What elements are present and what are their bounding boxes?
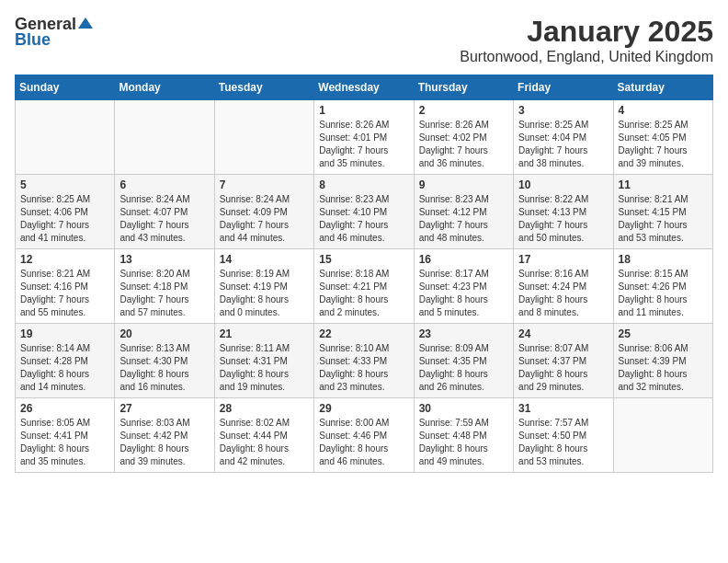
day-info: Sunrise: 8:02 AM Sunset: 4:44 PM Dayligh… — [220, 417, 309, 468]
day-number: 11 — [619, 178, 708, 191]
day-number: 21 — [220, 327, 309, 340]
day-header-wednesday: Wednesday — [314, 75, 414, 100]
day-info: Sunrise: 8:05 AM Sunset: 4:41 PM Dayligh… — [20, 417, 109, 468]
day-number: 8 — [319, 178, 408, 191]
day-info: Sunrise: 8:21 AM Sunset: 4:16 PM Dayligh… — [20, 268, 109, 319]
day-info: Sunrise: 7:59 AM Sunset: 4:48 PM Dayligh… — [419, 417, 508, 468]
day-number: 9 — [419, 178, 508, 191]
day-info: Sunrise: 8:23 AM Sunset: 4:12 PM Dayligh… — [419, 193, 508, 245]
day-number: 29 — [319, 402, 408, 415]
day-number: 24 — [518, 327, 608, 340]
calendar-cell: 3Sunrise: 8:25 AM Sunset: 4:04 PM Daylig… — [514, 100, 613, 175]
calendar-cell: 30Sunrise: 7:59 AM Sunset: 4:48 PM Dayli… — [414, 398, 513, 473]
calendar-cell: 24Sunrise: 8:07 AM Sunset: 4:37 PM Dayli… — [514, 324, 613, 398]
day-info: Sunrise: 8:09 AM Sunset: 4:35 PM Dayligh… — [419, 342, 508, 394]
day-info: Sunrise: 8:21 AM Sunset: 4:15 PM Dayligh… — [619, 193, 708, 245]
calendar-cell: 22Sunrise: 8:10 AM Sunset: 4:33 PM Dayli… — [314, 324, 414, 398]
svg-marker-0 — [78, 17, 93, 29]
day-info: Sunrise: 8:14 AM Sunset: 4:28 PM Dayligh… — [20, 342, 109, 394]
day-info: Sunrise: 8:16 AM Sunset: 4:24 PM Dayligh… — [518, 268, 608, 319]
calendar-cell: 10Sunrise: 8:22 AM Sunset: 4:13 PM Dayli… — [514, 175, 613, 249]
calendar-cell: 28Sunrise: 8:02 AM Sunset: 4:44 PM Dayli… — [214, 398, 313, 473]
calendar-cell: 1Sunrise: 8:26 AM Sunset: 4:01 PM Daylig… — [314, 100, 414, 175]
day-number: 10 — [518, 178, 608, 191]
day-info: Sunrise: 8:18 AM Sunset: 4:21 PM Dayligh… — [319, 268, 408, 319]
day-number: 20 — [119, 327, 209, 340]
day-header-tuesday: Tuesday — [214, 75, 313, 100]
calendar-cell: 26Sunrise: 8:05 AM Sunset: 4:41 PM Dayli… — [16, 398, 115, 473]
calendar-week-5: 26Sunrise: 8:05 AM Sunset: 4:41 PM Dayli… — [16, 398, 713, 473]
day-info: Sunrise: 8:20 AM Sunset: 4:18 PM Dayligh… — [119, 268, 209, 319]
day-number: 15 — [319, 253, 408, 266]
day-info: Sunrise: 7:57 AM Sunset: 4:50 PM Dayligh… — [518, 417, 608, 468]
day-info: Sunrise: 8:17 AM Sunset: 4:23 PM Dayligh… — [419, 268, 508, 319]
day-info: Sunrise: 8:25 AM Sunset: 4:05 PM Dayligh… — [619, 119, 708, 170]
day-info: Sunrise: 8:26 AM Sunset: 4:01 PM Dayligh… — [319, 119, 408, 170]
day-number: 12 — [20, 253, 109, 266]
day-info: Sunrise: 8:19 AM Sunset: 4:19 PM Dayligh… — [220, 268, 309, 319]
calendar-cell: 23Sunrise: 8:09 AM Sunset: 4:35 PM Dayli… — [414, 324, 513, 398]
day-info: Sunrise: 8:00 AM Sunset: 4:46 PM Dayligh… — [319, 417, 408, 468]
day-number: 2 — [419, 104, 508, 117]
day-number: 14 — [220, 253, 309, 266]
calendar-cell: 18Sunrise: 8:15 AM Sunset: 4:26 PM Dayli… — [613, 249, 712, 324]
day-info: Sunrise: 8:25 AM Sunset: 4:06 PM Dayligh… — [20, 193, 109, 245]
day-number: 27 — [119, 402, 209, 415]
day-header-sunday: Sunday — [16, 75, 115, 100]
day-number: 6 — [119, 178, 209, 191]
day-number: 31 — [518, 402, 608, 415]
calendar-cell — [613, 398, 712, 473]
calendar-cell: 13Sunrise: 8:20 AM Sunset: 4:18 PM Dayli… — [115, 249, 214, 324]
calendar-week-2: 5Sunrise: 8:25 AM Sunset: 4:06 PM Daylig… — [16, 175, 713, 249]
logo: General Blue — [15, 15, 93, 50]
day-info: Sunrise: 8:10 AM Sunset: 4:33 PM Dayligh… — [319, 342, 408, 394]
calendar-cell: 12Sunrise: 8:21 AM Sunset: 4:16 PM Dayli… — [16, 249, 115, 324]
logo-blue-text: Blue — [15, 30, 51, 50]
calendar-cell: 29Sunrise: 8:00 AM Sunset: 4:46 PM Dayli… — [314, 398, 414, 473]
day-info: Sunrise: 8:07 AM Sunset: 4:37 PM Dayligh… — [518, 342, 608, 394]
day-number: 13 — [119, 253, 209, 266]
day-number: 30 — [419, 402, 508, 415]
day-number: 7 — [220, 178, 309, 191]
calendar-cell: 16Sunrise: 8:17 AM Sunset: 4:23 PM Dayli… — [414, 249, 513, 324]
day-info: Sunrise: 8:22 AM Sunset: 4:13 PM Dayligh… — [518, 193, 608, 245]
calendar-cell: 7Sunrise: 8:24 AM Sunset: 4:09 PM Daylig… — [214, 175, 313, 249]
day-info: Sunrise: 8:24 AM Sunset: 4:07 PM Dayligh… — [119, 193, 209, 245]
calendar-cell: 27Sunrise: 8:03 AM Sunset: 4:42 PM Dayli… — [115, 398, 214, 473]
calendar-cell: 8Sunrise: 8:23 AM Sunset: 4:10 PM Daylig… — [314, 175, 414, 249]
day-info: Sunrise: 8:25 AM Sunset: 4:04 PM Dayligh… — [518, 119, 608, 170]
day-info: Sunrise: 8:15 AM Sunset: 4:26 PM Dayligh… — [619, 268, 708, 319]
day-number: 16 — [419, 253, 508, 266]
calendar-cell: 21Sunrise: 8:11 AM Sunset: 4:31 PM Dayli… — [214, 324, 313, 398]
calendar-cell: 2Sunrise: 8:26 AM Sunset: 4:02 PM Daylig… — [414, 100, 513, 175]
day-number: 5 — [20, 178, 109, 191]
day-info: Sunrise: 8:24 AM Sunset: 4:09 PM Dayligh… — [220, 193, 309, 245]
calendar-cell: 5Sunrise: 8:25 AM Sunset: 4:06 PM Daylig… — [16, 175, 115, 249]
calendar-cell — [115, 100, 214, 175]
calendar-cell: 25Sunrise: 8:06 AM Sunset: 4:39 PM Dayli… — [613, 324, 712, 398]
calendar-cell: 4Sunrise: 8:25 AM Sunset: 4:05 PM Daylig… — [613, 100, 712, 175]
calendar-table: SundayMondayTuesdayWednesdayThursdayFrid… — [15, 75, 713, 473]
title-section: January 2025 Burtonwood, England, United… — [460, 15, 713, 65]
day-header-friday: Friday — [514, 75, 613, 100]
calendar-week-3: 12Sunrise: 8:21 AM Sunset: 4:16 PM Dayli… — [16, 249, 713, 324]
day-header-saturday: Saturday — [613, 75, 712, 100]
day-number: 22 — [319, 327, 408, 340]
day-info: Sunrise: 8:06 AM Sunset: 4:39 PM Dayligh… — [619, 342, 708, 394]
day-number: 18 — [619, 253, 708, 266]
calendar-cell — [16, 100, 115, 175]
day-number: 3 — [518, 104, 608, 117]
calendar-cell: 15Sunrise: 8:18 AM Sunset: 4:21 PM Dayli… — [314, 249, 414, 324]
day-header-monday: Monday — [115, 75, 214, 100]
calendar-cell — [214, 100, 313, 175]
month-title: January 2025 — [460, 15, 713, 49]
calendar-cell: 31Sunrise: 7:57 AM Sunset: 4:50 PM Dayli… — [514, 398, 613, 473]
calendar-header-row: SundayMondayTuesdayWednesdayThursdayFrid… — [16, 75, 713, 100]
calendar-cell: 6Sunrise: 8:24 AM Sunset: 4:07 PM Daylig… — [115, 175, 214, 249]
logo-triangle-icon — [78, 16, 93, 34]
day-number: 19 — [20, 327, 109, 340]
calendar-week-4: 19Sunrise: 8:14 AM Sunset: 4:28 PM Dayli… — [16, 324, 713, 398]
calendar-cell: 14Sunrise: 8:19 AM Sunset: 4:19 PM Dayli… — [214, 249, 313, 324]
calendar-cell: 17Sunrise: 8:16 AM Sunset: 4:24 PM Dayli… — [514, 249, 613, 324]
day-info: Sunrise: 8:03 AM Sunset: 4:42 PM Dayligh… — [119, 417, 209, 468]
